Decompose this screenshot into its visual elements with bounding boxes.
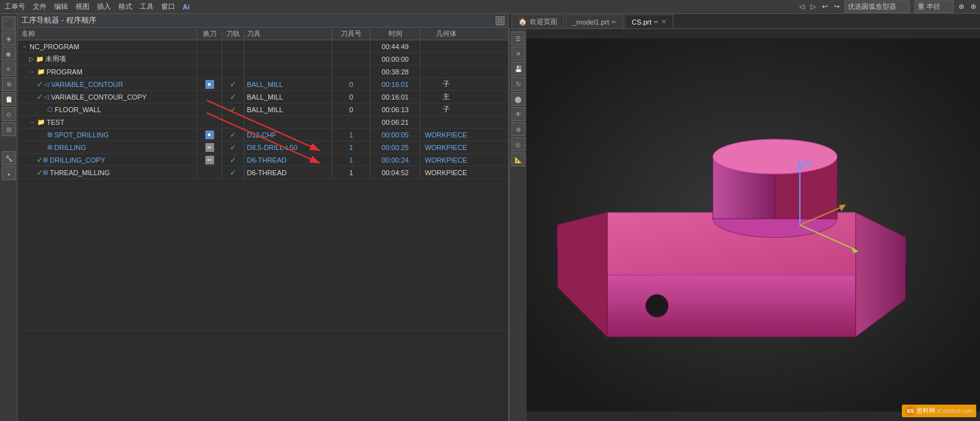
toolbar-icon-undo[interactable]: ↩ bbox=[821, 3, 829, 11]
tab-model1[interactable]: _model1.prt ✏ bbox=[566, 14, 624, 28]
sidebar-icon-2[interactable]: ◈ bbox=[2, 32, 16, 45]
nav-panel-close-button[interactable]: □ bbox=[496, 16, 504, 25]
toolbar-dropdown2[interactable]: 重 半径 bbox=[914, 1, 954, 13]
menu-item-help[interactable]: 窗口 bbox=[159, 2, 177, 11]
table-row[interactable]: － 📁 TEST 00:06:21 bbox=[18, 116, 508, 129]
table-row[interactable]: － NC_PROGRAM 00:44:49 bbox=[18, 40, 508, 53]
vp-icon-eye[interactable]: 👁 bbox=[511, 107, 525, 121]
folder-icon-program: 📁 bbox=[37, 68, 45, 75]
tab-cs[interactable]: CS.prt ✏ ✕ bbox=[625, 14, 673, 28]
menu-item-window[interactable]: 工具 bbox=[138, 2, 156, 11]
menu-item-ai[interactable]: Ai bbox=[181, 3, 191, 11]
sidebar-icon-4[interactable]: ≡ bbox=[2, 62, 16, 76]
sidebar-icon-5[interactable]: ⊕ bbox=[2, 77, 16, 91]
sidebar-icon-1[interactable]: ⬛ bbox=[2, 16, 16, 30]
cell-huandao bbox=[197, 53, 222, 65]
table-row[interactable]: ✓ ⊞ THREAD_MILLING ✓ D6-THREAD 1 00:04:5… bbox=[18, 166, 508, 179]
vp-icon-close[interactable]: ✕ bbox=[511, 47, 525, 61]
sidebar-icon-10[interactable]: ⬥ bbox=[2, 166, 16, 180]
vp-icon-menu[interactable]: ☰ bbox=[511, 32, 525, 45]
toolbar-icon-1[interactable]: ◁ bbox=[798, 3, 806, 11]
table-row[interactable]: ✓ ◁ VARIABLE_CONTOUR_COPY ✓ BALL_MILL 0 … bbox=[18, 91, 508, 103]
cell-name-drilling: ⊞ DRILLING bbox=[18, 141, 197, 153]
menu-item-format[interactable]: 插入 bbox=[95, 2, 113, 11]
cell-daoju bbox=[222, 116, 244, 128]
cell-daoju: ✓ bbox=[222, 103, 244, 115]
check-icon: ✓ bbox=[230, 80, 236, 89]
expand-icon: － bbox=[29, 67, 35, 76]
toolbar-icon-redo[interactable]: ↪ bbox=[833, 3, 841, 11]
menu-item-insert[interactable]: 视图 bbox=[74, 2, 91, 11]
menu-item-view[interactable]: 编辑 bbox=[52, 2, 70, 11]
sidebar-icon-3[interactable]: ◉ bbox=[2, 47, 16, 61]
nav-panel-title: 工序导航器 - 程序顺序 bbox=[21, 15, 96, 26]
check-icon: ✓ bbox=[230, 93, 236, 101]
table-row[interactable]: ⊞ SPOT_DRILLING ■ ✓ D12-CHF 1 00:00:05 W… bbox=[18, 129, 508, 141]
row-label: TEST bbox=[47, 118, 64, 126]
cell-daoju bbox=[222, 53, 244, 65]
cell-geo: WORKPIECE bbox=[421, 129, 471, 141]
cell-time: 00:00:25 bbox=[370, 141, 421, 153]
table-row[interactable]: ⬡ FLOOR_WALL ✓ BALL_MILL 0 00:06:13 子 bbox=[18, 103, 508, 116]
table-row[interactable]: － 📁 PROGRAM 00:38:28 bbox=[18, 66, 508, 78]
cell-name-sd: ⊞ SPOT_DRILLING bbox=[18, 129, 197, 141]
svg-point-8 bbox=[646, 294, 668, 317]
menu-item-file[interactable]: 工单号 bbox=[3, 2, 27, 11]
cell-geo: 子 bbox=[421, 103, 471, 115]
cell-name-unused: ▷ 📁 未用项 bbox=[18, 53, 197, 65]
check-icon: ✓ bbox=[230, 156, 236, 164]
col-header-time: 时间 bbox=[370, 29, 421, 38]
check-icon: ✓ bbox=[37, 156, 43, 164]
op-icon: ◁ bbox=[44, 93, 49, 100]
table-row[interactable]: ▷ 📁 未用项 00:00:00 bbox=[18, 53, 508, 66]
huandao-icon-2: ■ bbox=[205, 130, 214, 139]
cell-toolno bbox=[333, 116, 370, 128]
sidebar-icon-6[interactable]: 📋 bbox=[2, 92, 16, 106]
sidebar-icon-9[interactable]: 🔧 bbox=[2, 151, 16, 165]
tab-model1-label: _model1.prt bbox=[573, 18, 609, 26]
expand-icon: － bbox=[29, 118, 35, 127]
row-label: 未用项 bbox=[45, 54, 66, 64]
table-row[interactable]: ✓ ⊞ DRILLING_COPY ✏ ✓ D6-THREAD 1 00:00:… bbox=[18, 154, 508, 166]
sidebar-icon-7[interactable]: ⊙ bbox=[2, 107, 16, 121]
huandao-blue-icon: ■ bbox=[205, 80, 214, 89]
table-row[interactable]: ✓ ◁ VARIABLE_CONTOUR ■ ✓ BALL_MILL 0 00:… bbox=[18, 78, 508, 91]
sidebar-icon-8[interactable]: ⊞ bbox=[2, 122, 16, 136]
vp-icon-refresh[interactable]: ↻ bbox=[511, 77, 525, 91]
tab-welcome[interactable]: 🏠 欢迎页面 bbox=[511, 14, 564, 28]
folder-icon-2: 📁 bbox=[36, 55, 43, 62]
vp-icon-3d[interactable]: ⬤ bbox=[511, 92, 525, 106]
cell-daoju: ✓ bbox=[222, 91, 244, 103]
cell-tool: D8.5-DRILL-L50 bbox=[244, 141, 333, 153]
toolbar-icon-2[interactable]: ▷ bbox=[809, 3, 817, 11]
op-icon: ⬡ bbox=[47, 106, 53, 113]
menu-item-edit[interactable]: 文件 bbox=[31, 2, 48, 11]
drill-icon-4: ⊞ bbox=[43, 169, 48, 176]
cell-time: 00:16:01 bbox=[370, 91, 421, 103]
toolbar-dropdown[interactable]: 优选圆弧造型器 bbox=[845, 1, 909, 13]
cell-name-tm: ✓ ⊞ THREAD_MILLING bbox=[18, 166, 197, 178]
cell-geo bbox=[421, 53, 471, 65]
table-row[interactable]: ⊞ DRILLING ✏ ✓ D8.5-DRILL-L50 1 00:00:25… bbox=[18, 141, 508, 154]
cell-name-nc-program: － NC_PROGRAM bbox=[18, 40, 197, 52]
cell-daoju bbox=[222, 66, 244, 78]
cell-huandao bbox=[197, 66, 222, 78]
cell-toolno: 0 bbox=[333, 91, 370, 103]
table-content: － NC_PROGRAM 00:44:49 ▷ 📁 未用项 bbox=[18, 40, 508, 421]
cell-time: 00:38:28 bbox=[370, 66, 421, 78]
vp-icon-measure[interactable]: 📐 bbox=[511, 153, 525, 166]
vp-icon-hide[interactable]: ◎ bbox=[511, 137, 525, 151]
toolbar-icon-4[interactable]: ⊕ bbox=[969, 3, 977, 11]
toolbar-icon-3[interactable]: ⊕ bbox=[957, 3, 966, 11]
menu-item-tools[interactable]: 格式 bbox=[117, 2, 134, 11]
3d-canvas: ZM XS 资料网 zl.xs1616.com bbox=[527, 29, 980, 421]
edit-icon-2: ✏ bbox=[205, 156, 214, 164]
drill-icon-2: ⊞ bbox=[47, 144, 52, 151]
vp-icon-save[interactable]: 💾 bbox=[511, 62, 525, 76]
table-header: 名称 换刀 刀轨 刀具 刀具号 时间 几何体 bbox=[18, 28, 508, 40]
cell-toolno: 1 bbox=[333, 141, 370, 153]
vp-icon-layers[interactable]: ⊕ bbox=[511, 122, 525, 136]
tab-cs-close-button[interactable]: ✕ bbox=[661, 18, 666, 25]
cell-huandao bbox=[197, 40, 222, 52]
cell-toolno: 0 bbox=[333, 78, 370, 90]
